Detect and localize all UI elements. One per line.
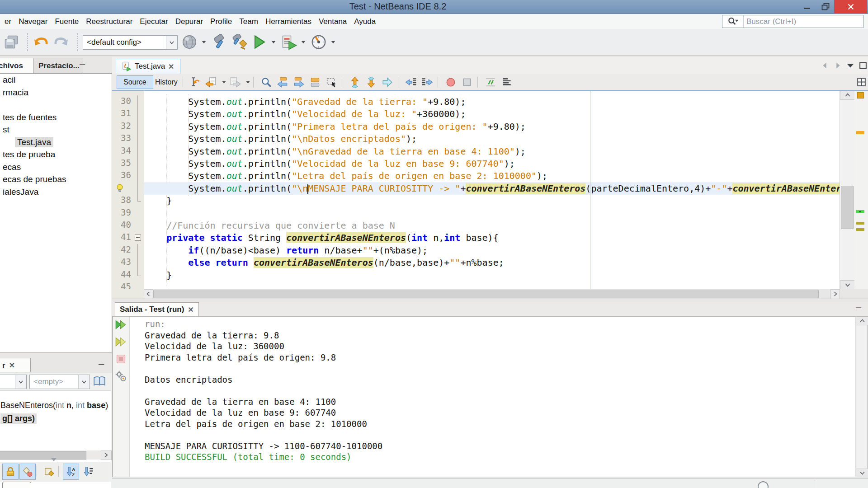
profile-icon[interactable] <box>311 34 327 50</box>
search-input[interactable] <box>744 17 863 26</box>
run-settings-icon[interactable] <box>115 370 127 382</box>
find-icon[interactable] <box>260 76 272 88</box>
next-bookmark-icon[interactable] <box>382 76 393 88</box>
rerun-modified-icon[interactable] <box>115 336 127 348</box>
code-line-36[interactable]: 36 System.out.println("Letra del país de… <box>112 169 840 182</box>
tree-item-tes-de-fuentes[interactable]: tes de fuentes <box>0 113 59 122</box>
source-view-button[interactable]: Source <box>117 75 153 89</box>
hint-lightbulb-icon[interactable] <box>115 183 125 193</box>
code-line-42[interactable]: 42 if((n/base)<base) return n/base+""+(n… <box>112 244 840 257</box>
save-all-icon[interactable] <box>3 34 19 50</box>
editor-hscroll-thumb[interactable] <box>153 290 819 298</box>
filter-inherited-button[interactable] <box>19 464 36 480</box>
notifications-icon[interactable] <box>758 481 769 488</box>
projects-minimize-button[interactable]: – <box>80 60 85 69</box>
minimize-button[interactable] <box>798 0 817 13</box>
code-line-35[interactable]: 35 System.out.println("Velocidad de la l… <box>112 157 840 170</box>
error-stripe[interactable] <box>854 91 868 289</box>
debug-icon[interactable] <box>281 34 297 50</box>
navigator-view-combo[interactable] <box>0 375 27 389</box>
comment-icon[interactable] <box>485 76 496 88</box>
stop-build-icon[interactable] <box>115 353 127 365</box>
run-icon[interactable] <box>251 34 267 50</box>
tree-item-ialesjava[interactable]: ialesJava <box>0 187 41 197</box>
scroll-left-button[interactable] <box>144 289 153 299</box>
editor-tab-close-icon[interactable]: ✕ <box>168 62 174 71</box>
output-tab-close-icon[interactable]: ✕ <box>188 305 193 314</box>
tab-prestaciones[interactable]: Prestacio... <box>33 58 83 73</box>
search-scope-button[interactable] <box>722 15 744 28</box>
scroll-right-button[interactable] <box>830 289 840 299</box>
scroll-tabs-right-icon[interactable] <box>833 61 843 70</box>
move-down-icon[interactable] <box>365 76 377 88</box>
dropdown-arrow-icon[interactable] <box>201 36 207 48</box>
code-line-43[interactable]: 43 else return convertirABaseNEnteros(n/… <box>112 256 840 269</box>
menu-ventana[interactable]: Ventana <box>315 14 350 29</box>
output-scroll-up-button[interactable] <box>856 317 868 325</box>
tree-item-rmacia[interactable]: rmacia <box>0 88 31 98</box>
menu-ejecutar[interactable]: Ejecutar <box>136 14 171 29</box>
code-line-38[interactable]: 38 } <box>112 194 840 207</box>
last-edit-icon[interactable] <box>189 76 201 88</box>
menu-herramientas[interactable]: Herramientas <box>262 14 315 29</box>
menu-navegar[interactable]: Navegar <box>15 14 51 29</box>
editor-vscrollbar[interactable] <box>840 91 854 289</box>
output-minimize-button[interactable]: – <box>856 303 861 312</box>
code-line-31[interactable]: 31 System.out.println("Velocidad de la l… <box>112 108 840 120</box>
filter-sort-source-button[interactable] <box>80 464 96 480</box>
navigator-minimize-button[interactable]: – <box>99 359 104 368</box>
editor-tab-testjava[interactable]: Test.java ✕ <box>116 59 180 74</box>
file-tree-panel[interactable]: acilrmaciates de fuentesstTest.javates d… <box>0 73 112 352</box>
dropdown-arrow-icon[interactable] <box>222 76 226 88</box>
maximize-window-icon[interactable] <box>858 61 868 70</box>
code-line-39[interactable]: 39 <box>112 207 840 220</box>
stop-macro-icon[interactable] <box>461 76 473 88</box>
tree-item-ecas[interactable]: ecas <box>0 162 23 172</box>
uncomment-icon[interactable] <box>501 76 513 88</box>
close-button[interactable] <box>834 0 867 13</box>
code-line-44[interactable]: 44 } <box>112 269 840 282</box>
menu-team[interactable]: Team <box>236 14 262 29</box>
tab-navigator[interactable]: r ✕ <box>0 358 31 372</box>
menu-er[interactable]: er <box>1 14 15 29</box>
menu-fuente[interactable]: Fuente <box>51 14 82 29</box>
javadoc-book-icon[interactable] <box>93 375 106 388</box>
menu-reestructurar[interactable]: Reestructurar <box>82 14 136 29</box>
split-document-icon[interactable] <box>856 76 867 88</box>
restore-button[interactable] <box>817 0 834 13</box>
code-line-37[interactable]: System.out.println("\nMENSAJE PARA CURIO… <box>112 182 840 195</box>
code-line-34[interactable]: 34 System.out.println("\nGravedad de la … <box>112 145 840 158</box>
tab-list-dropdown-icon[interactable] <box>845 61 855 70</box>
rerun-icon[interactable] <box>115 319 127 331</box>
tree-item-tes-de-prueba[interactable]: tes de prueba <box>0 150 57 160</box>
editor-vscroll-thumb[interactable] <box>841 186 854 229</box>
move-up-icon[interactable] <box>349 76 361 88</box>
filter-lock-button[interactable] <box>2 464 19 480</box>
redo-icon[interactable] <box>53 34 69 50</box>
splitter-grip-icon[interactable] <box>51 458 57 461</box>
dropdown-arrow-icon[interactable] <box>330 36 336 48</box>
nav-back-icon[interactable] <box>205 76 217 88</box>
filter-fqn-button[interactable] <box>41 464 57 480</box>
filter-sort-alpha-button[interactable]: AZ <box>63 464 79 480</box>
menu-ayuda[interactable]: Ayuda <box>350 14 379 29</box>
tree-item-acil[interactable]: acil <box>0 75 18 85</box>
tree-item-ecas-de-pruebas[interactable]: ecas de pruebas <box>0 174 69 184</box>
navigator-hscroll-thumb[interactable] <box>0 451 86 460</box>
navigator-close-icon[interactable]: ✕ <box>9 361 15 370</box>
code-line-40[interactable]: 40 //Función recursiva que convierte a b… <box>112 219 840 232</box>
scroll-down-button[interactable] <box>840 280 855 289</box>
editor-hscrollbar[interactable] <box>144 289 840 299</box>
code-line-45[interactable]: 45 <box>112 281 840 289</box>
history-view-button[interactable]: History <box>148 75 184 89</box>
search-box[interactable] <box>722 15 863 28</box>
navigator-scroll-right-button[interactable] <box>101 450 112 460</box>
menu-depurar[interactable]: Depurar <box>172 14 207 29</box>
record-macro-icon[interactable] <box>445 76 457 88</box>
navigator-filter-combo[interactable]: <empty> <box>29 375 90 389</box>
scroll-tabs-left-icon[interactable] <box>820 61 830 70</box>
globe-icon[interactable] <box>181 34 198 50</box>
rect-select-icon[interactable] <box>326 76 337 88</box>
next-occurrence-icon[interactable] <box>293 76 305 88</box>
toggle-highlight-icon[interactable] <box>309 76 321 88</box>
